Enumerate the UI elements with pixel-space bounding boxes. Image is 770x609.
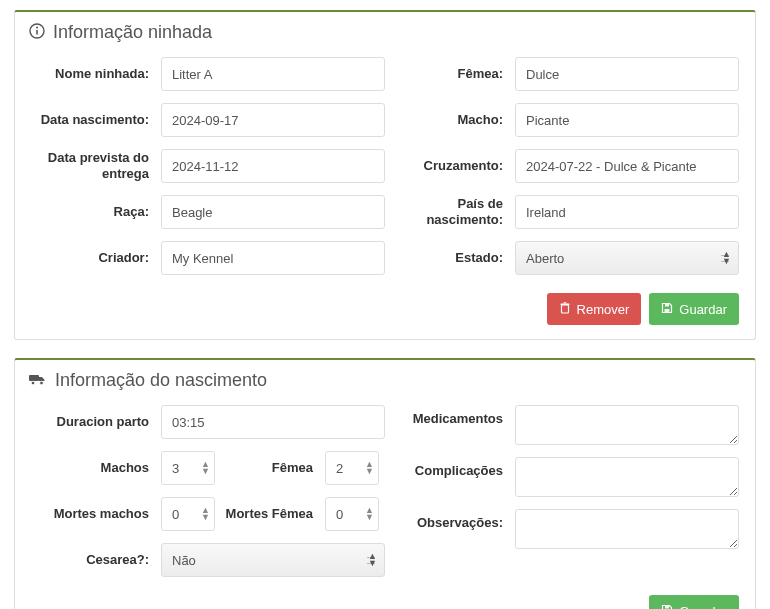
panel2-actions: Guardar: [15, 589, 755, 609]
trash-icon: [559, 302, 571, 317]
panel-header: Informação ninhada: [15, 12, 755, 51]
remover-label: Remover: [577, 302, 630, 317]
svg-rect-1: [36, 29, 38, 34]
svg-rect-6: [665, 309, 670, 312]
data-nascimento-input[interactable]: [161, 103, 385, 137]
label-cesarea: Cesarea?:: [31, 552, 161, 568]
panel2-left: Duracion parto Machos ▲▼ Fêmea ▲▼: [31, 405, 385, 589]
label-raca: Raça:: [31, 204, 161, 220]
svg-point-9: [31, 381, 35, 385]
label-machos: Machos: [31, 460, 161, 476]
left-column: Nome ninhada: Data nascimento: Data prev…: [31, 57, 385, 287]
svg-rect-7: [665, 304, 669, 307]
cesarea-select[interactable]: Não: [161, 543, 385, 577]
femea-input[interactable]: [515, 57, 739, 91]
panel2-right: Medicamentos Complicações Observações:: [385, 405, 739, 589]
guardar-label: Guardar: [679, 302, 727, 317]
mortes-femea-input[interactable]: [325, 497, 379, 531]
guardar-button-2[interactable]: Guardar: [649, 595, 739, 609]
observacoes-textarea[interactable]: [515, 509, 739, 549]
label-observacoes: Observações:: [385, 509, 515, 531]
label-estado: Estado:: [385, 250, 515, 266]
label-data-nascimento: Data nascimento:: [31, 112, 161, 128]
svg-point-2: [36, 26, 38, 28]
femea-count-input[interactable]: [325, 451, 379, 485]
label-cruzamento: Cruzamento:: [385, 158, 515, 174]
label-duracion-parto: Duracion parto: [31, 414, 161, 430]
right-column: Fêmea: Macho: Cruzamento: País de nascim…: [385, 57, 739, 287]
label-macho: Macho:: [385, 112, 515, 128]
label-medicamentos: Medicamentos: [385, 405, 515, 427]
birth-info-panel: Informação do nascimento Duracion parto …: [14, 358, 756, 609]
cruzamento-input[interactable]: [515, 149, 739, 183]
criador-input[interactable]: [161, 241, 385, 275]
label-femea: Fêmea:: [385, 66, 515, 82]
machos-input[interactable]: [161, 451, 215, 485]
label-data-prevista: Data prevista do entrega: [31, 150, 161, 183]
pais-input[interactable]: [515, 195, 739, 229]
panel-title: Informação ninhada: [53, 22, 212, 43]
save-icon: [661, 302, 673, 317]
label-complicacoes: Complicações: [385, 457, 515, 479]
svg-rect-5: [563, 302, 566, 303]
label-mortes-femea: Mortes Fêmea: [215, 506, 325, 522]
nome-ninhada-input[interactable]: [161, 57, 385, 91]
estado-select[interactable]: Aberto: [515, 241, 739, 275]
truck-icon: [29, 372, 47, 390]
label-femea-count: Fêmea: [215, 460, 325, 476]
label-mortes-machos: Mortes machos: [31, 506, 161, 522]
macho-input[interactable]: [515, 103, 739, 137]
panel2-header: Informação do nascimento: [15, 360, 755, 399]
svg-rect-8: [29, 375, 39, 381]
label-nome-ninhada: Nome ninhada:: [31, 66, 161, 82]
svg-point-10: [40, 381, 44, 385]
svg-rect-12: [665, 606, 669, 609]
guardar-label-2: Guardar: [679, 604, 727, 610]
info-icon: [29, 23, 45, 43]
raca-input[interactable]: [161, 195, 385, 229]
svg-rect-4: [560, 303, 569, 305]
complicacoes-textarea[interactable]: [515, 457, 739, 497]
panel2-body: Duracion parto Machos ▲▼ Fêmea ▲▼: [15, 399, 755, 589]
panel-body: Nome ninhada: Data nascimento: Data prev…: [15, 51, 755, 287]
duracion-parto-input[interactable]: [161, 405, 385, 439]
label-criador: Criador:: [31, 250, 161, 266]
medicamentos-textarea[interactable]: [515, 405, 739, 445]
panel1-actions: Remover Guardar: [15, 287, 755, 325]
panel2-title: Informação do nascimento: [55, 370, 267, 391]
remover-button[interactable]: Remover: [547, 293, 642, 325]
label-pais: País de nascimento:: [385, 196, 515, 229]
litter-info-panel: Informação ninhada Nome ninhada: Data na…: [14, 10, 756, 340]
guardar-button[interactable]: Guardar: [649, 293, 739, 325]
save-icon: [661, 604, 673, 610]
data-prevista-input[interactable]: [161, 149, 385, 183]
mortes-machos-input[interactable]: [161, 497, 215, 531]
svg-rect-3: [561, 305, 568, 313]
